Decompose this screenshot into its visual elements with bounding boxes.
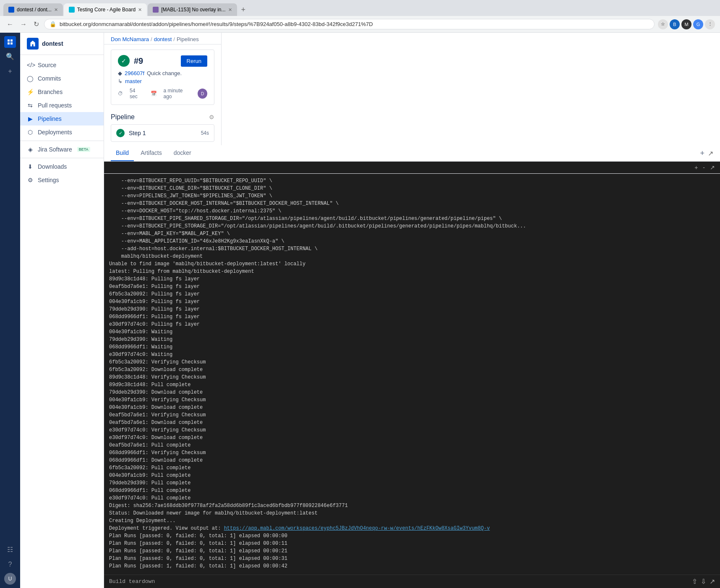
sidebar-item-deployments[interactable]: ⬡ Deployments bbox=[20, 125, 104, 139]
log-content[interactable]: --env=BITBUCKET_REPO_UUID="$BITBUCKET_RE… bbox=[104, 174, 720, 575]
address-bar[interactable]: 🔒 bitbucket.org/donmcnamarabl/dontest/ad… bbox=[44, 19, 655, 29]
log-line-32: 0eaf5bd7a6e1: Verifying Checksum bbox=[109, 411, 715, 419]
bc-sep-2: / bbox=[173, 36, 175, 42]
zoom-in-button[interactable]: + bbox=[693, 163, 699, 172]
log-line-34: e30df97d74c0: Verifying Checksum bbox=[109, 426, 715, 434]
log-line-14: 89d9c38c1d48: Pulling fs layer bbox=[109, 275, 715, 283]
tab-mabl[interactable]: [MABL-1153] No overlay in... ✕ bbox=[148, 3, 237, 16]
log-line-41: 79ddeb29d390: Pull complete bbox=[109, 479, 715, 487]
sidebar-item-source[interactable]: </> Source bbox=[20, 58, 104, 72]
global-nav-profile[interactable]: U bbox=[4, 573, 16, 585]
settings-icon: ⚙ bbox=[27, 177, 34, 183]
profile-icon[interactable]: G bbox=[693, 19, 703, 29]
log-tab-artifacts[interactable]: Artifacts bbox=[136, 145, 167, 161]
deployment-link[interactable]: https://app.mabl.com/workspaces/eyphc5JB… bbox=[224, 525, 490, 531]
log-line-48: Plan Runs [passed: 0, failed: 0, total: … bbox=[109, 532, 715, 540]
tab-dontest[interactable]: dontest / dont... ✕ bbox=[3, 3, 63, 16]
ext-icon-2[interactable]: M bbox=[681, 19, 691, 29]
tab-testing-core[interactable]: Testing Core - Agile Board ✕ bbox=[64, 3, 147, 16]
sidebar-label-settings: Settings bbox=[38, 177, 59, 183]
sidebar-item-pull-requests[interactable]: ⇆ Pull requests bbox=[20, 99, 104, 112]
breadcrumb-dontest[interactable]: dontest bbox=[154, 36, 172, 42]
log-footer: Build teardown ⇧ ⇩ ↗ bbox=[104, 575, 720, 588]
global-nav-search[interactable]: 🔍 bbox=[3, 50, 17, 63]
pipeline-settings-icon[interactable]: ⚙ bbox=[209, 114, 214, 120]
log-line-4: --env=BITBUCKET_DOCKER_HOST_INTERNAL="$B… bbox=[109, 200, 715, 207]
sidebar-item-branches[interactable]: ⚡ Branches bbox=[20, 85, 104, 99]
log-line-33: 0eaf5bd7a6e1: Download complete bbox=[109, 419, 715, 426]
pipeline-section-title: Pipeline ⚙ bbox=[111, 113, 214, 121]
global-nav-create[interactable]: + bbox=[3, 65, 17, 78]
browser-chrome: dontest / dont... ✕ Testing Core - Agile… bbox=[0, 0, 720, 33]
app-container: 🔍 + ☷ ? U dontest </> Source ◯ Commits bbox=[0, 33, 720, 588]
log-tab-build[interactable]: Build bbox=[111, 145, 134, 161]
log-line-26: 6fb5c3a20092: Download complete bbox=[109, 366, 715, 374]
sidebar-item-downloads[interactable]: ⬇ Downloads bbox=[20, 160, 104, 173]
sidebar-nav: </> Source ◯ Commits ⚡ Branches ⇆ Pull r… bbox=[20, 55, 104, 190]
tab-close-dontest[interactable]: ✕ bbox=[54, 7, 58, 13]
tab-close-mabl[interactable]: ✕ bbox=[228, 7, 232, 13]
global-nav-bottom: ☷ ? U bbox=[3, 543, 17, 585]
menu-icon[interactable]: ⋮ bbox=[705, 19, 715, 29]
jira-beta-badge: BETA bbox=[77, 147, 90, 152]
sidebar-item-commits[interactable]: ◯ Commits bbox=[20, 72, 104, 85]
log-line-16: 6fb5c3a20092: Pulling fs layer bbox=[109, 290, 715, 298]
commit-hash-link[interactable]: 296607f bbox=[125, 70, 144, 76]
jira-icon: ◈ bbox=[27, 146, 34, 153]
deployments-icon: ⬡ bbox=[27, 129, 34, 136]
log-line-15: 0eaf5bd7a6e1: Pulling fs layer bbox=[109, 283, 715, 290]
address-url: bitbucket.org/donmcnamarabl/dontest/addo… bbox=[60, 21, 649, 27]
commits-icon: ◯ bbox=[27, 75, 34, 82]
log-line-20: e30df97d74c0: Pulling fs layer bbox=[109, 321, 715, 328]
log-line-29: 79ddeb29d390: Download complete bbox=[109, 389, 715, 396]
left-panel: Don McNamara / dontest / Pipelines ✓ #9 … bbox=[104, 33, 222, 145]
commit-message: Quick change. bbox=[147, 70, 182, 76]
log-line-23: 068dd9966df1: Waiting bbox=[109, 343, 715, 351]
sidebar-label-jira: Jira Software bbox=[38, 146, 72, 153]
add-tab-button[interactable]: + bbox=[700, 149, 704, 158]
tab-bar: dontest / dont... ✕ Testing Core - Agile… bbox=[0, 0, 720, 16]
scroll-down-button[interactable]: ⇩ bbox=[701, 578, 706, 585]
branch-link[interactable]: master bbox=[125, 78, 142, 84]
sidebar-item-pipelines[interactable]: ▶ Pipelines bbox=[20, 112, 104, 125]
log-line-46: Creating Deployment... bbox=[109, 517, 715, 525]
new-tab-button[interactable]: + bbox=[238, 4, 249, 16]
tab-close-testing[interactable]: ✕ bbox=[138, 7, 142, 13]
step-1-item[interactable]: ✓ Step 1 54s bbox=[111, 124, 214, 142]
breadcrumb-donmcnamara[interactable]: Don McNamara bbox=[111, 36, 149, 42]
forward-button[interactable]: → bbox=[18, 19, 29, 30]
global-nav-logo[interactable] bbox=[4, 36, 16, 48]
sidebar-label-pull-requests: Pull requests bbox=[38, 102, 72, 109]
rerun-button[interactable]: Rerun bbox=[181, 55, 207, 67]
sidebar-item-settings[interactable]: ⚙ Settings bbox=[20, 173, 104, 187]
expand-window-icon[interactable]: ↗ bbox=[708, 149, 713, 157]
log-line-52: Plan Runs [passed: 1, failed: 0, total: … bbox=[109, 562, 715, 570]
zoom-out-button[interactable]: - bbox=[701, 163, 707, 172]
global-nav-apps[interactable]: ☷ bbox=[3, 543, 17, 556]
back-button[interactable]: ← bbox=[5, 19, 15, 30]
right-panel: Build Artifacts docker + ↗ + - ↗ --env=B… bbox=[104, 145, 720, 588]
breadcrumb-pipelines: Pipelines bbox=[177, 36, 199, 42]
log-line-47: Deployment triggered. View output at: ht… bbox=[109, 525, 715, 532]
log-tab-docker[interactable]: docker bbox=[169, 145, 196, 161]
log-line-8: --env=MABL_API_KEY="$MABL_API_KEY" \ bbox=[109, 230, 715, 238]
pipeline-meta: ◆ 296607f Quick change. ↳ master ⏱ 54 se… bbox=[118, 70, 207, 99]
tab-title-testing: Testing Core - Agile Board bbox=[77, 7, 136, 13]
log-line-35: e30df97d74c0: Download complete bbox=[109, 434, 715, 442]
fullscreen-button[interactable]: ↗ bbox=[708, 163, 717, 172]
ext-icon-1[interactable]: B bbox=[670, 19, 680, 29]
fullscreen-log-button[interactable]: ↗ bbox=[710, 578, 715, 585]
breadcrumb: Don McNamara / dontest / Pipelines bbox=[111, 33, 214, 44]
sidebar-item-jira[interactable]: ◈ Jira Software BETA bbox=[20, 143, 104, 156]
log-line-5: --env=DOCKER_HOST="tcp://host.docker.int… bbox=[109, 207, 715, 215]
tab-favicon-mabl bbox=[153, 7, 159, 13]
pull-requests-icon: ⇆ bbox=[27, 102, 34, 109]
bc-sep-1: / bbox=[151, 36, 152, 42]
log-line-3: --env=PIPELINES_JWT_TOKEN="$PIPELINES_JW… bbox=[109, 192, 715, 200]
time-ago: a minute ago bbox=[164, 88, 191, 99]
bookmark-icon[interactable]: ☆ bbox=[658, 19, 668, 29]
scroll-up-button[interactable]: ⇧ bbox=[692, 578, 697, 585]
log-line-27: 89d9c38c1d48: Verifying Checksum bbox=[109, 374, 715, 381]
reload-button[interactable]: ↻ bbox=[32, 18, 41, 30]
global-nav-help[interactable]: ? bbox=[3, 558, 17, 571]
